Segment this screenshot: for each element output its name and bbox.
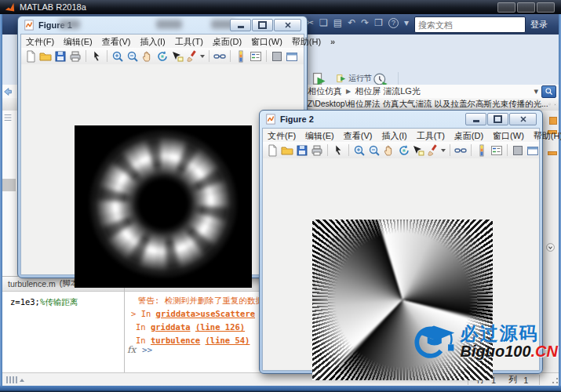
- pan-hand-icon[interactable]: [383, 144, 395, 157]
- save-figure-icon[interactable]: [54, 50, 67, 63]
- link-plot-icon[interactable]: [454, 144, 467, 157]
- edit-plot-cursor-icon[interactable]: [332, 144, 344, 157]
- print-figure-icon[interactable]: [69, 50, 82, 63]
- menu-tools[interactable]: 工具(T): [412, 130, 450, 142]
- tab-restore-icon[interactable]: [548, 100, 551, 109]
- menu-window[interactable]: 窗口(W): [246, 36, 287, 48]
- back-arrow-icon[interactable]: [2, 86, 13, 97]
- figure1-restore-button[interactable]: [252, 19, 273, 31]
- menu-window[interactable]: 窗口(W): [488, 130, 529, 142]
- toolbar-separator: [209, 50, 209, 62]
- command-prompt[interactable]: >>: [142, 345, 152, 355]
- watermark: 必过源码 Biguo100.CN: [412, 314, 558, 370]
- menu-help[interactable]: 帮助(H): [287, 36, 326, 48]
- resize-grip[interactable]: [551, 377, 559, 385]
- redo-icon[interactable]: ↷: [361, 17, 369, 28]
- edit-plot-cursor-icon[interactable]: [90, 50, 103, 63]
- save-figure-icon[interactable]: [296, 144, 308, 157]
- figure1-minimize-button[interactable]: [230, 19, 251, 31]
- warning-summary-marker[interactable]: [549, 117, 557, 125]
- doc-search-box[interactable]: [414, 16, 526, 33]
- editor-code-line[interactable]: z=1e3;%传输距离: [2, 292, 124, 308]
- command-window-panel[interactable]: 命令行窗口 警告: 检测到并删除了重复的数据 > In griddata>use…: [124, 276, 274, 373]
- show-plot-tools-icon[interactable]: [286, 50, 298, 63]
- folder-selected-row[interactable]: [2, 179, 16, 191]
- open-file-icon[interactable]: [281, 144, 293, 157]
- menu-desktop[interactable]: 桌面(D): [208, 36, 246, 48]
- paste-icon[interactable]: ▤: [333, 17, 342, 28]
- menu-desktop[interactable]: 桌面(D): [450, 130, 488, 142]
- figure2-minimize-button[interactable]: [465, 113, 486, 125]
- hide-plot-tools-icon[interactable]: [271, 50, 283, 63]
- toolbar-separator: [471, 144, 472, 156]
- run-section-icon: [336, 73, 347, 84]
- insert-legend-icon[interactable]: [490, 144, 503, 157]
- panel-restore-icon[interactable]: [545, 242, 556, 252]
- figure2-restore-button[interactable]: [487, 113, 508, 125]
- search-input[interactable]: [415, 20, 533, 30]
- login-button[interactable]: 登录: [530, 19, 548, 31]
- breadcrumb-current-folder[interactable]: 相位屏 湍流LG光: [355, 85, 421, 97]
- menu-help[interactable]: 帮助(H): [529, 130, 561, 142]
- zoom-out-icon[interactable]: [126, 50, 139, 63]
- stack-line-link[interactable]: (line 54): [206, 336, 250, 345]
- menu-edit[interactable]: 编辑(E): [59, 36, 97, 48]
- menu-insert[interactable]: 插入(I): [377, 130, 411, 142]
- open-file-icon[interactable]: [39, 50, 52, 63]
- menu-file[interactable]: 文件(F): [21, 36, 59, 48]
- print-figure-icon[interactable]: [311, 144, 323, 157]
- breadcrumb-dropdown-icon[interactable]: ▾: [534, 86, 538, 96]
- copy-icon[interactable]: ❏: [319, 17, 328, 28]
- stack-link[interactable]: griddata>useScattere: [156, 309, 255, 318]
- qat-dropdown-icon[interactable]: ▾: [404, 17, 409, 28]
- breadcrumb-separator-icon: ▶: [346, 88, 351, 95]
- menu-insert[interactable]: 插入(I): [135, 36, 169, 48]
- panel-list-icon[interactable]: [2, 112, 13, 123]
- new-figure-icon[interactable]: [24, 50, 37, 63]
- menu-view[interactable]: 查看(V): [97, 36, 136, 48]
- brush-dropdown-icon[interactable]: [441, 149, 446, 152]
- rotate-3d-icon[interactable]: [398, 144, 410, 157]
- stack-line-link[interactable]: (line 126): [195, 322, 245, 332]
- busy-indicator-arrow-icon[interactable]: [20, 379, 24, 382]
- data-cursor-icon[interactable]: [412, 144, 424, 157]
- figure1-close-button[interactable]: [274, 19, 301, 31]
- insert-colorbar-icon[interactable]: [475, 144, 488, 157]
- zoom-out-icon[interactable]: [368, 144, 381, 157]
- zoom-in-icon[interactable]: [111, 50, 124, 63]
- brush-data-icon[interactable]: [186, 50, 199, 63]
- menu-tools[interactable]: 工具(T): [170, 36, 208, 48]
- insert-colorbar-icon[interactable]: [235, 50, 247, 63]
- window-layout-icon[interactable]: ❒: [374, 17, 383, 28]
- brush-data-icon[interactable]: [427, 144, 439, 157]
- folder-search-button[interactable]: [541, 85, 556, 98]
- stack-link[interactable]: turbulence: [151, 336, 200, 345]
- warning-line-marker[interactable]: [548, 151, 557, 155]
- status-col-label: 列: [508, 374, 517, 386]
- rotate-3d-icon[interactable]: [156, 50, 169, 63]
- data-cursor-icon[interactable]: [171, 50, 184, 63]
- tab-close-icon[interactable]: [554, 100, 556, 109]
- brush-dropdown-icon[interactable]: [200, 55, 205, 58]
- editor-document-tab[interactable]: 7Z\Desktop\相位屏法 仿真大气湍流 以及拉盖尔高斯光束传播的光...: [303, 99, 548, 110]
- main-close-button[interactable]: [537, 2, 555, 13]
- help-icon[interactable]: ?: [388, 18, 399, 28]
- stack-link[interactable]: griddata: [151, 322, 191, 332]
- insert-legend-icon[interactable]: [250, 50, 262, 63]
- show-plot-tools-icon[interactable]: [526, 144, 539, 157]
- hide-plot-tools-icon[interactable]: [512, 144, 524, 157]
- new-figure-icon[interactable]: [266, 144, 279, 157]
- toolbar-separator: [327, 144, 328, 156]
- main-maximize-button[interactable]: [517, 2, 535, 13]
- menu-file[interactable]: 文件(F): [263, 130, 301, 142]
- menu-view[interactable]: 查看(V): [339, 130, 377, 142]
- censor-blur: [59, 20, 80, 29]
- menu-edit[interactable]: 编辑(E): [301, 130, 339, 142]
- menu-overflow-icon[interactable]: »: [326, 37, 339, 46]
- link-plot-icon[interactable]: [213, 50, 226, 63]
- figure2-close-button[interactable]: [509, 113, 537, 125]
- zoom-in-icon[interactable]: [353, 144, 366, 157]
- main-minimize-button[interactable]: [497, 2, 515, 13]
- undo-icon[interactable]: ↶: [348, 17, 355, 28]
- pan-hand-icon[interactable]: [141, 50, 154, 63]
